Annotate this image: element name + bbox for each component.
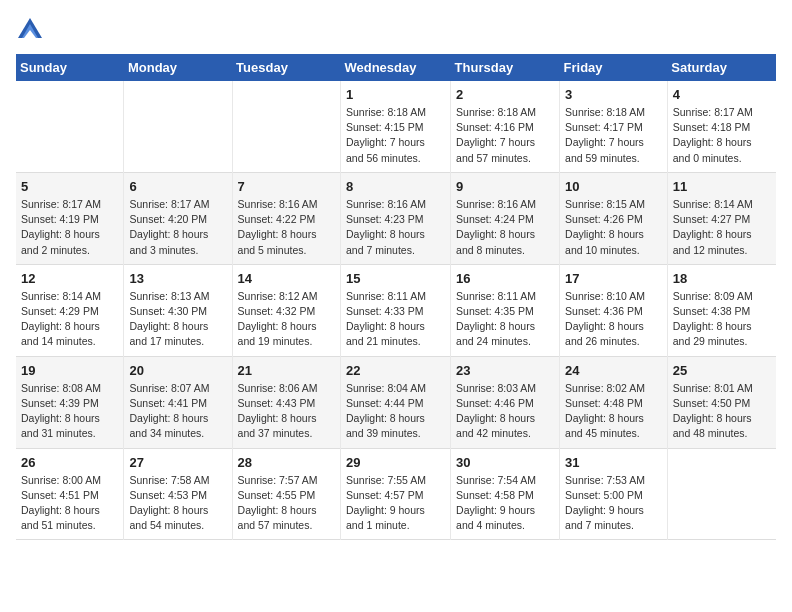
calendar-cell: 20Sunrise: 8:07 AM Sunset: 4:41 PM Dayli… — [124, 356, 232, 448]
day-info: Sunrise: 7:53 AM Sunset: 5:00 PM Dayligh… — [565, 473, 662, 534]
day-info: Sunrise: 8:18 AM Sunset: 4:17 PM Dayligh… — [565, 105, 662, 166]
day-number: 1 — [346, 87, 445, 102]
day-info: Sunrise: 8:12 AM Sunset: 4:32 PM Dayligh… — [238, 289, 335, 350]
day-number: 8 — [346, 179, 445, 194]
day-info: Sunrise: 8:08 AM Sunset: 4:39 PM Dayligh… — [21, 381, 118, 442]
day-number: 26 — [21, 455, 118, 470]
day-info: Sunrise: 8:18 AM Sunset: 4:16 PM Dayligh… — [456, 105, 554, 166]
calendar-cell: 9Sunrise: 8:16 AM Sunset: 4:24 PM Daylig… — [451, 172, 560, 264]
day-number: 23 — [456, 363, 554, 378]
weekday-header-thursday: Thursday — [451, 54, 560, 81]
day-number: 3 — [565, 87, 662, 102]
calendar-cell: 31Sunrise: 7:53 AM Sunset: 5:00 PM Dayli… — [560, 448, 668, 540]
calendar-cell: 5Sunrise: 8:17 AM Sunset: 4:19 PM Daylig… — [16, 172, 124, 264]
calendar-header-row: SundayMondayTuesdayWednesdayThursdayFrid… — [16, 54, 776, 81]
calendar-cell: 16Sunrise: 8:11 AM Sunset: 4:35 PM Dayli… — [451, 264, 560, 356]
day-number: 17 — [565, 271, 662, 286]
calendar-cell: 1Sunrise: 8:18 AM Sunset: 4:15 PM Daylig… — [340, 81, 450, 172]
day-number: 19 — [21, 363, 118, 378]
calendar-cell: 15Sunrise: 8:11 AM Sunset: 4:33 PM Dayli… — [340, 264, 450, 356]
day-info: Sunrise: 8:02 AM Sunset: 4:48 PM Dayligh… — [565, 381, 662, 442]
day-info: Sunrise: 8:16 AM Sunset: 4:23 PM Dayligh… — [346, 197, 445, 258]
day-info: Sunrise: 8:15 AM Sunset: 4:26 PM Dayligh… — [565, 197, 662, 258]
calendar-cell: 21Sunrise: 8:06 AM Sunset: 4:43 PM Dayli… — [232, 356, 340, 448]
calendar-cell: 13Sunrise: 8:13 AM Sunset: 4:30 PM Dayli… — [124, 264, 232, 356]
day-info: Sunrise: 8:04 AM Sunset: 4:44 PM Dayligh… — [346, 381, 445, 442]
day-number: 16 — [456, 271, 554, 286]
day-info: Sunrise: 8:07 AM Sunset: 4:41 PM Dayligh… — [129, 381, 226, 442]
day-number: 14 — [238, 271, 335, 286]
day-number: 20 — [129, 363, 226, 378]
calendar-cell: 14Sunrise: 8:12 AM Sunset: 4:32 PM Dayli… — [232, 264, 340, 356]
day-info: Sunrise: 8:18 AM Sunset: 4:15 PM Dayligh… — [346, 105, 445, 166]
day-info: Sunrise: 8:17 AM Sunset: 4:20 PM Dayligh… — [129, 197, 226, 258]
day-info: Sunrise: 8:03 AM Sunset: 4:46 PM Dayligh… — [456, 381, 554, 442]
calendar-cell: 22Sunrise: 8:04 AM Sunset: 4:44 PM Dayli… — [340, 356, 450, 448]
day-number: 4 — [673, 87, 771, 102]
day-number: 12 — [21, 271, 118, 286]
day-number: 30 — [456, 455, 554, 470]
day-number: 28 — [238, 455, 335, 470]
calendar-week-row: 5Sunrise: 8:17 AM Sunset: 4:19 PM Daylig… — [16, 172, 776, 264]
calendar-week-row: 19Sunrise: 8:08 AM Sunset: 4:39 PM Dayli… — [16, 356, 776, 448]
calendar-cell — [667, 448, 776, 540]
calendar-cell: 2Sunrise: 8:18 AM Sunset: 4:16 PM Daylig… — [451, 81, 560, 172]
day-info: Sunrise: 8:17 AM Sunset: 4:18 PM Dayligh… — [673, 105, 771, 166]
day-number: 18 — [673, 271, 771, 286]
calendar-cell: 29Sunrise: 7:55 AM Sunset: 4:57 PM Dayli… — [340, 448, 450, 540]
calendar-cell — [16, 81, 124, 172]
day-info: Sunrise: 8:06 AM Sunset: 4:43 PM Dayligh… — [238, 381, 335, 442]
calendar-cell: 30Sunrise: 7:54 AM Sunset: 4:58 PM Dayli… — [451, 448, 560, 540]
day-number: 22 — [346, 363, 445, 378]
weekday-header-friday: Friday — [560, 54, 668, 81]
calendar-table: SundayMondayTuesdayWednesdayThursdayFrid… — [16, 54, 776, 540]
weekday-header-sunday: Sunday — [16, 54, 124, 81]
day-info: Sunrise: 8:16 AM Sunset: 4:24 PM Dayligh… — [456, 197, 554, 258]
day-info: Sunrise: 8:17 AM Sunset: 4:19 PM Dayligh… — [21, 197, 118, 258]
weekday-header-saturday: Saturday — [667, 54, 776, 81]
calendar-cell: 19Sunrise: 8:08 AM Sunset: 4:39 PM Dayli… — [16, 356, 124, 448]
calendar-cell: 7Sunrise: 8:16 AM Sunset: 4:22 PM Daylig… — [232, 172, 340, 264]
day-info: Sunrise: 7:57 AM Sunset: 4:55 PM Dayligh… — [238, 473, 335, 534]
day-number: 2 — [456, 87, 554, 102]
day-info: Sunrise: 8:11 AM Sunset: 4:33 PM Dayligh… — [346, 289, 445, 350]
calendar-cell: 23Sunrise: 8:03 AM Sunset: 4:46 PM Dayli… — [451, 356, 560, 448]
logo — [16, 16, 48, 44]
calendar-cell: 12Sunrise: 8:14 AM Sunset: 4:29 PM Dayli… — [16, 264, 124, 356]
page-header — [16, 16, 776, 44]
calendar-cell: 25Sunrise: 8:01 AM Sunset: 4:50 PM Dayli… — [667, 356, 776, 448]
day-number: 29 — [346, 455, 445, 470]
day-number: 24 — [565, 363, 662, 378]
day-number: 9 — [456, 179, 554, 194]
calendar-cell: 27Sunrise: 7:58 AM Sunset: 4:53 PM Dayli… — [124, 448, 232, 540]
day-number: 10 — [565, 179, 662, 194]
day-number: 13 — [129, 271, 226, 286]
day-info: Sunrise: 8:10 AM Sunset: 4:36 PM Dayligh… — [565, 289, 662, 350]
calendar-cell: 3Sunrise: 8:18 AM Sunset: 4:17 PM Daylig… — [560, 81, 668, 172]
day-number: 11 — [673, 179, 771, 194]
calendar-cell: 6Sunrise: 8:17 AM Sunset: 4:20 PM Daylig… — [124, 172, 232, 264]
calendar-cell: 4Sunrise: 8:17 AM Sunset: 4:18 PM Daylig… — [667, 81, 776, 172]
calendar-cell: 11Sunrise: 8:14 AM Sunset: 4:27 PM Dayli… — [667, 172, 776, 264]
calendar-week-row: 12Sunrise: 8:14 AM Sunset: 4:29 PM Dayli… — [16, 264, 776, 356]
calendar-cell: 26Sunrise: 8:00 AM Sunset: 4:51 PM Dayli… — [16, 448, 124, 540]
calendar-cell — [232, 81, 340, 172]
calendar-cell — [124, 81, 232, 172]
day-info: Sunrise: 8:14 AM Sunset: 4:29 PM Dayligh… — [21, 289, 118, 350]
calendar-cell: 24Sunrise: 8:02 AM Sunset: 4:48 PM Dayli… — [560, 356, 668, 448]
day-info: Sunrise: 7:58 AM Sunset: 4:53 PM Dayligh… — [129, 473, 226, 534]
day-number: 5 — [21, 179, 118, 194]
day-info: Sunrise: 8:14 AM Sunset: 4:27 PM Dayligh… — [673, 197, 771, 258]
day-info: Sunrise: 7:54 AM Sunset: 4:58 PM Dayligh… — [456, 473, 554, 534]
weekday-header-tuesday: Tuesday — [232, 54, 340, 81]
day-number: 25 — [673, 363, 771, 378]
day-number: 21 — [238, 363, 335, 378]
calendar-cell: 18Sunrise: 8:09 AM Sunset: 4:38 PM Dayli… — [667, 264, 776, 356]
calendar-week-row: 1Sunrise: 8:18 AM Sunset: 4:15 PM Daylig… — [16, 81, 776, 172]
calendar-cell: 17Sunrise: 8:10 AM Sunset: 4:36 PM Dayli… — [560, 264, 668, 356]
calendar-cell: 8Sunrise: 8:16 AM Sunset: 4:23 PM Daylig… — [340, 172, 450, 264]
day-info: Sunrise: 8:13 AM Sunset: 4:30 PM Dayligh… — [129, 289, 226, 350]
logo-icon — [16, 16, 44, 44]
day-number: 15 — [346, 271, 445, 286]
weekday-header-monday: Monday — [124, 54, 232, 81]
